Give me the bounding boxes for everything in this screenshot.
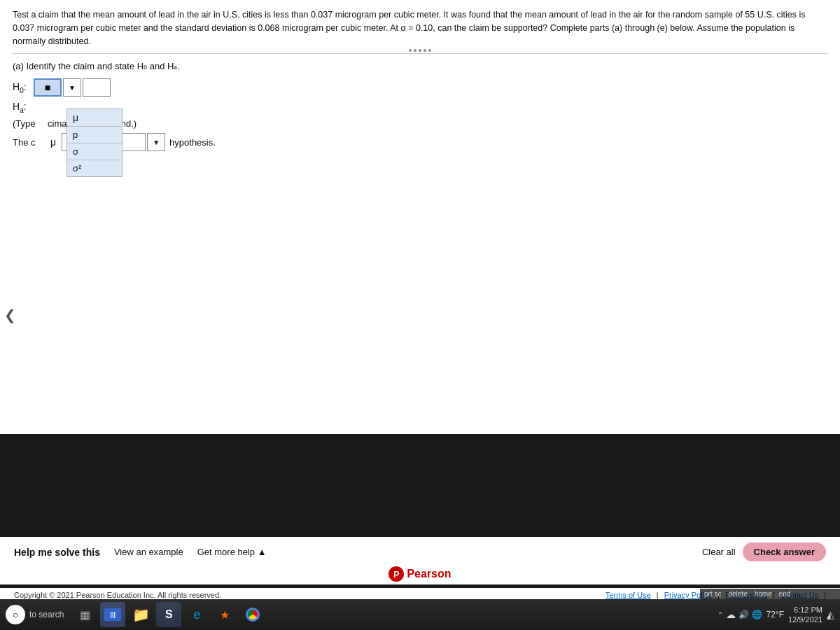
- dropdown-item-sigma[interactable]: σ: [67, 144, 122, 160]
- taskbar: ○ to search ▦ ||| 📁 S e ★ ⌃ ☁ 🔊 🌐 72°F: [0, 599, 840, 630]
- taskbar-icon-file-explorer[interactable]: 📁: [128, 602, 153, 627]
- weather-temp: 72°F: [766, 610, 784, 620]
- taskbar-icon-app1[interactable]: S: [156, 602, 181, 627]
- keyboard-hints-bar: prt sc delete home end: [700, 589, 840, 599]
- claim-dropdown-btn[interactable]: ▼: [147, 133, 165, 151]
- system-date: 12/9/2021: [788, 615, 822, 624]
- pearson-text: Pearson: [407, 568, 451, 580]
- dot5: [428, 49, 431, 52]
- dot4: [424, 49, 426, 52]
- tray-icon-notification[interactable]: ◭: [827, 609, 834, 620]
- tray-icon-speaker[interactable]: 🔊: [738, 610, 749, 620]
- type-prefix: (Type: [13, 118, 48, 129]
- taskbar-icon-chrome[interactable]: [240, 602, 265, 627]
- hint-home: home: [755, 590, 772, 598]
- h0-value-box[interactable]: [83, 78, 111, 97]
- pearson-circle: P: [388, 566, 404, 582]
- left-actions: Help me solve this View an example Get m…: [14, 547, 267, 558]
- hint-delete: delete: [728, 590, 747, 598]
- taskbar-search-area[interactable]: ○ to search: [6, 605, 64, 624]
- system-tray: ⌃ ☁ 🔊 🌐 72°F 6:12 PM 12/9/2021 ◭: [718, 605, 834, 625]
- taskbar-icon-task-view[interactable]: ▦: [72, 602, 97, 627]
- view-example-link[interactable]: View an example: [114, 547, 183, 557]
- copyright-text: Copyright © 2021 Pearson Education Inc. …: [14, 591, 221, 599]
- taskbar-icon-app2[interactable]: ★: [212, 602, 237, 627]
- windows-search-icon[interactable]: ○: [6, 605, 25, 624]
- bottom-actions-bar: Help me solve this View an example Get m…: [0, 537, 840, 567]
- h0-input-box[interactable]: ■: [34, 78, 62, 97]
- get-more-help-link[interactable]: Get more help ▲: [197, 547, 267, 557]
- dropdown-item-mu[interactable]: μ: [67, 109, 122, 127]
- ha-row: Ha:: [13, 101, 827, 114]
- dot1: [409, 49, 412, 52]
- help-me-solve-link[interactable]: Help me solve this: [14, 547, 100, 558]
- check-answer-button[interactable]: Check answer: [743, 542, 826, 561]
- main-content-area: Test a claim that the mean amount of lea…: [0, 0, 840, 434]
- hypothesis-label: hypothesis.: [169, 137, 216, 148]
- weather-area: 72°F: [766, 610, 784, 620]
- system-time: 6:12 PM: [788, 605, 822, 615]
- hint-end: end: [779, 590, 791, 598]
- problem-text: Test a claim that the mean amount of lea…: [13, 8, 827, 54]
- taskbar-icon-edge[interactable]: e: [184, 602, 209, 627]
- dropdown-item-p[interactable]: p: [67, 127, 122, 144]
- part-a-label: (a) Identify the claim and state H₀ and …: [13, 61, 827, 71]
- mu-symbol: μ: [50, 136, 56, 148]
- clock-area: 6:12 PM 12/9/2021: [788, 605, 822, 625]
- tray-icon-expand[interactable]: ⌃: [718, 611, 723, 619]
- terms-link[interactable]: Terms of Use: [606, 591, 651, 599]
- tray-icons: ⌃ ☁ 🔊 🌐: [718, 609, 762, 620]
- hint-prt-sc: prt sc: [704, 590, 721, 598]
- pearson-logo: P Pearson: [388, 566, 451, 582]
- type-row: (Type cimals. Do not round.): [13, 118, 827, 129]
- symbol-dropdown-menu: μ p σ σ²: [66, 108, 122, 177]
- problem-description: Test a claim that the mean amount of lea…: [13, 10, 806, 46]
- claim-prefix: The c: [13, 137, 48, 148]
- h0-dropdown-btn[interactable]: ▼: [63, 78, 81, 97]
- dot3: [419, 49, 421, 52]
- clear-all-button[interactable]: Clear all: [702, 547, 736, 557]
- dotted-menu[interactable]: [409, 49, 431, 52]
- h0-row: H0: ■ ▼ μ p σ σ²: [13, 78, 827, 97]
- taskbar-icon-monitor[interactable]: |||: [100, 602, 125, 627]
- ha-label: Ha:: [13, 101, 34, 114]
- right-actions: Clear all Check answer: [702, 542, 826, 561]
- claim-row: The c μ ▼ hypothesis.: [13, 133, 827, 151]
- tray-icon-cloud[interactable]: ☁: [726, 609, 736, 620]
- dropdown-item-sigma2[interactable]: σ²: [67, 160, 122, 176]
- left-navigation-arrow[interactable]: ❮: [1, 304, 19, 326]
- tray-icon-network[interactable]: 🌐: [752, 610, 762, 620]
- search-text[interactable]: to search: [29, 610, 64, 620]
- dot2: [414, 49, 416, 52]
- pearson-logo-row: P Pearson: [0, 564, 840, 584]
- h0-label: H0:: [13, 81, 34, 94]
- h0-input-group: ■ ▼: [34, 78, 111, 97]
